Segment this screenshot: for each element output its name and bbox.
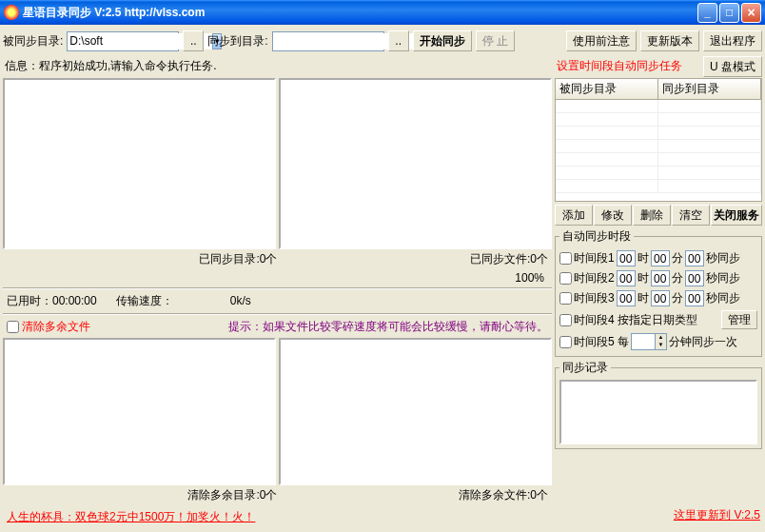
dst-browse-button[interactable]: ..	[388, 30, 409, 51]
window-title: 星语目录同步 V:2.5 http://vlss.com	[23, 5, 697, 21]
ts4-checkbox[interactable]	[559, 314, 572, 326]
minimize-button[interactable]: _	[697, 3, 717, 23]
cleared-dirs-pane	[3, 338, 276, 485]
elapsed-value: 00:00:00	[52, 294, 97, 307]
ts1-sec[interactable]: 00	[685, 250, 704, 266]
schedule-header: 设置时间段自动同步任务	[555, 54, 684, 78]
ts5-checkbox[interactable]	[559, 336, 572, 348]
ts1-hour[interactable]: 00	[617, 250, 636, 266]
add-button[interactable]: 添加	[555, 205, 593, 226]
stop-button: 停 止	[476, 30, 515, 51]
cleanup-hint: 提示：如果文件比较零碎速度将可能会比较缓慢，请耐心等待。	[228, 319, 548, 335]
update-button[interactable]: 更新版本	[640, 30, 699, 51]
ts5-spin[interactable]: ▲▼	[631, 333, 667, 350]
titlebar: 星语目录同步 V:2.5 http://vlss.com _ □ ×	[0, 0, 765, 25]
ts2-sec[interactable]: 00	[685, 270, 704, 286]
auto-sync-fieldset: 自动同步时段 时间段1 00时 00分 00秒同步 时间段2 00时 00分 0…	[555, 228, 762, 357]
ts1-label: 时间段1	[574, 250, 615, 266]
task-table: 被同步目录 同步到目录	[555, 78, 762, 202]
src-combo[interactable]: ▼	[67, 31, 179, 51]
ts3-checkbox[interactable]	[559, 292, 572, 305]
ts3-hour[interactable]: 00	[617, 290, 636, 306]
ts5-label: 时间段5 每	[574, 334, 629, 350]
percent-label: 100%	[3, 269, 552, 286]
notice-button[interactable]: 使用前注意	[566, 30, 637, 51]
maximize-button[interactable]: □	[719, 3, 739, 23]
ts3-min[interactable]: 00	[651, 290, 670, 306]
ts1-min[interactable]: 00	[651, 250, 670, 266]
clear-button[interactable]: 清空	[672, 205, 710, 226]
auto-sync-legend: 自动同步时段	[559, 228, 634, 245]
cleared-files-pane	[279, 338, 552, 485]
ts1-checkbox[interactable]	[559, 252, 572, 265]
info-text: 信息：程序初始成功,请输入命令执行任务.	[3, 54, 552, 78]
cleanup-checkbox[interactable]	[7, 319, 19, 335]
ts5-suffix: 分钟同步一次	[669, 334, 737, 350]
speed-label: 传输速度：	[116, 294, 173, 307]
ts2-min[interactable]: 00	[651, 270, 670, 286]
elapsed-label: 已用时：	[7, 294, 52, 307]
log-box	[559, 380, 757, 444]
close-button[interactable]: ×	[741, 3, 761, 23]
col-src[interactable]: 被同步目录	[556, 79, 658, 99]
log-legend: 同步记录	[559, 360, 611, 376]
ts3-label: 时间段3	[574, 290, 615, 306]
synced-files-count: 已同步文件:0个	[278, 251, 549, 267]
speed-value: 0k/s	[230, 294, 251, 307]
src-label: 被同步目录:	[3, 33, 63, 49]
synced-dirs-pane	[3, 78, 276, 249]
cleared-files-count: 清除多余文件:0个	[278, 487, 549, 503]
ts2-hour[interactable]: 00	[617, 270, 636, 286]
synced-dirs-count: 已同步目录:0个	[7, 251, 278, 267]
app-icon	[4, 5, 19, 20]
ts3-sec[interactable]: 00	[685, 290, 704, 306]
ts2-checkbox[interactable]	[559, 272, 572, 285]
dst-label: 同步到目录:	[207, 33, 267, 49]
synced-files-pane	[279, 78, 552, 249]
src-browse-button[interactable]: ..	[183, 30, 204, 51]
dst-combo[interactable]: ▼	[272, 31, 384, 51]
cleanup-label: 清除多余文件	[22, 319, 90, 335]
ts2-label: 时间段2	[574, 270, 615, 286]
ts4-label: 时间段4 按指定日期类型	[574, 312, 697, 328]
toolbar: 被同步目录: ▼ .. 同步到目录: ▼ .. 开始同步 停 止 使用前注意 更…	[3, 28, 762, 54]
start-sync-button[interactable]: 开始同步	[413, 30, 472, 51]
version-link[interactable]: 这里更新到 V:2.5	[555, 503, 762, 527]
col-dst[interactable]: 同步到目录	[658, 79, 761, 99]
exit-button[interactable]: 退出程序	[703, 30, 762, 51]
ad-link[interactable]: 人生的杯具：双色球2元中1500万！加奖火！火！	[7, 509, 255, 525]
close-service-button[interactable]: 关闭服务	[711, 205, 762, 226]
ts4-manage-button[interactable]: 管理	[721, 310, 757, 329]
usb-mode-button[interactable]: U 盘模式	[703, 56, 762, 77]
edit-button[interactable]: 修改	[594, 205, 632, 226]
delete-button[interactable]: 删除	[633, 205, 671, 226]
log-fieldset: 同步记录	[555, 360, 762, 449]
cleared-dirs-count: 清除多余目录:0个	[7, 487, 278, 503]
